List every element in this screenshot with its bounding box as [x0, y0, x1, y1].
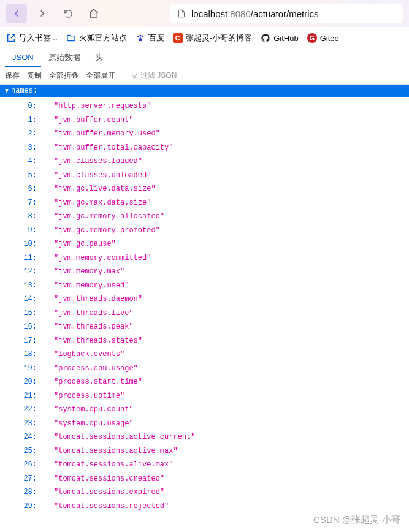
json-value: "tomcat.sessions.created" [54, 472, 164, 486]
json-value: "jvm.gc.live.data.size" [54, 182, 156, 196]
json-array-item[interactable]: 6:"jvm.gc.live.data.size" [0, 182, 409, 196]
bookmark-label: Gitee [320, 34, 339, 43]
bookmark-blog[interactable]: C 张起灵-小哥的博客 [173, 32, 252, 44]
url-bar[interactable]: localhost:8080/actuator/metrics [170, 4, 403, 23]
json-index: 6: [0, 182, 39, 196]
bookmark-label: 张起灵-小哥的博客 [186, 32, 252, 44]
json-array-item[interactable]: 25:"tomcat.sessions.active.max" [0, 444, 409, 458]
tab-json[interactable]: JSON [5, 49, 41, 67]
json-array-item[interactable]: 11:"jvm.memory.committed" [0, 251, 409, 265]
json-value: "jvm.memory.max" [54, 265, 124, 279]
json-index: 10: [0, 237, 39, 251]
json-array-item[interactable]: 2:"jvm.buffer.memory.used" [0, 127, 409, 141]
json-index: 19: [0, 362, 39, 376]
watermark: CSDN @张起灵-小哥 [313, 514, 400, 526]
save-button[interactable]: 保存 [5, 70, 20, 81]
json-array-item[interactable]: 14:"jvm.threads.daemon" [0, 292, 409, 306]
import-icon [6, 33, 16, 43]
tab-headers[interactable]: 头 [88, 48, 110, 67]
json-array-item[interactable]: 26:"tomcat.sessions.alive.max" [0, 458, 409, 472]
bookmark-github[interactable]: GitHub [261, 33, 298, 43]
json-index: 24: [0, 430, 39, 444]
tab-raw[interactable]: 原始数据 [41, 48, 88, 67]
json-array-item[interactable]: 27:"tomcat.sessions.created" [0, 472, 409, 486]
json-value: "process.start.time" [54, 375, 142, 389]
filter-placeholder: 过滤 JSON [140, 70, 177, 81]
json-index: 28: [0, 485, 39, 500]
json-root-key[interactable]: ▼ names: [0, 85, 409, 97]
json-array-item[interactable]: 8:"jvm.gc.memory.allocated" [0, 210, 409, 224]
json-index: 4: [0, 154, 39, 169]
json-array-item[interactable]: 5:"jvm.classes.unloaded" [0, 169, 409, 183]
reload-button[interactable] [58, 4, 78, 23]
json-array-item[interactable]: 7:"jvm.gc.max.data.size" [0, 196, 409, 210]
json-value: "jvm.buffer.total.capacity" [54, 141, 173, 155]
json-array-item[interactable]: 19:"process.cpu.usage" [0, 362, 409, 376]
json-value: "process.cpu.usage" [54, 362, 138, 376]
svg-point-0 [137, 36, 139, 37]
json-array-item[interactable]: 15:"jvm.threads.live" [0, 306, 409, 321]
json-array-item[interactable]: 16:"jvm.threads.peak" [0, 320, 409, 334]
filter-input[interactable]: 过滤 JSON [131, 70, 177, 81]
bookmark-label: GitHub [273, 34, 298, 43]
json-value: "jvm.gc.memory.allocated" [54, 210, 164, 224]
home-button[interactable] [83, 4, 104, 23]
bookmark-baidu[interactable]: 百度 [136, 32, 164, 44]
json-value: "jvm.classes.unloaded" [54, 169, 151, 183]
bookmark-firefox[interactable]: 火狐官方站点 [66, 32, 127, 44]
json-array-item[interactable]: 20:"process.start.time" [0, 375, 409, 389]
json-array-item[interactable]: 3:"jvm.buffer.total.capacity" [0, 141, 409, 155]
json-array-item[interactable]: 18:"logback.events" [0, 348, 409, 362]
json-array-item[interactable]: 4:"jvm.classes.loaded" [0, 154, 409, 169]
collapse-triangle-icon: ▼ [5, 88, 9, 94]
forward-button[interactable] [32, 4, 53, 23]
json-value: "tomcat.sessions.alive.max" [54, 458, 173, 472]
json-value: "jvm.memory.used" [54, 279, 129, 293]
json-value: "tomcat.sessions.expired" [54, 485, 164, 500]
json-value: "tomcat.sessions.active.max" [54, 444, 178, 458]
json-index: 11: [0, 251, 39, 265]
json-array-item[interactable]: 21:"process.uptime" [0, 389, 409, 403]
json-array-item[interactable]: 28:"tomcat.sessions.expired" [0, 485, 409, 500]
json-index: 23: [0, 417, 39, 431]
json-array-item[interactable]: 13:"jvm.memory.used" [0, 279, 409, 293]
json-index: 14: [0, 292, 39, 306]
copy-button[interactable]: 复制 [27, 70, 42, 81]
svg-point-1 [139, 35, 141, 37]
json-value: "jvm.buffer.count" [54, 113, 134, 127]
bookmark-label: 百度 [148, 32, 164, 44]
json-index: 7: [0, 196, 39, 210]
json-value: "jvm.memory.committed" [54, 251, 151, 265]
json-viewer-tabs: JSON 原始数据 头 [0, 49, 409, 67]
divider [123, 71, 123, 81]
bookmark-import[interactable]: 导入书签... [6, 32, 58, 44]
expand-all-button[interactable]: 全部展开 [86, 70, 115, 81]
json-array-item[interactable]: 23:"system.cpu.usage" [0, 417, 409, 431]
json-array-item[interactable]: 12:"jvm.memory.max" [0, 265, 409, 279]
json-index: 9: [0, 224, 39, 238]
json-array-item[interactable]: 9:"jvm.gc.memory.promoted" [0, 224, 409, 238]
json-array-item[interactable]: 10:"jvm.gc.pause" [0, 237, 409, 251]
bookmark-label: 火狐官方站点 [79, 32, 127, 44]
back-button[interactable] [6, 4, 27, 23]
json-value: "jvm.threads.peak" [54, 320, 134, 334]
json-value: "jvm.buffer.memory.used" [54, 127, 160, 141]
json-array-item[interactable]: 22:"system.cpu.count" [0, 403, 409, 417]
json-index: 20: [0, 375, 39, 389]
gitee-icon: G [307, 33, 317, 43]
json-array-item[interactable]: 17:"jvm.threads.states" [0, 334, 409, 348]
json-index: 13: [0, 279, 39, 293]
folder-icon [66, 33, 76, 43]
bookmark-label: 导入书签... [19, 32, 58, 44]
json-array-item[interactable]: 29:"tomcat.sessions.rejected" [0, 500, 409, 514]
collapse-all-button[interactable]: 全部折叠 [49, 70, 78, 81]
json-value: "tomcat.sessions.rejected" [54, 500, 169, 514]
json-array-item[interactable]: 24:"tomcat.sessions.active.current" [0, 430, 409, 444]
bookmark-gitee[interactable]: G Gitee [307, 33, 339, 43]
svg-point-2 [142, 36, 143, 37]
json-array-item[interactable]: 0:"http.server.requests" [0, 99, 409, 113]
json-index: 17: [0, 334, 39, 348]
baidu-icon [136, 33, 145, 43]
page-icon [177, 9, 186, 18]
json-array-item[interactable]: 1:"jvm.buffer.count" [0, 113, 409, 127]
